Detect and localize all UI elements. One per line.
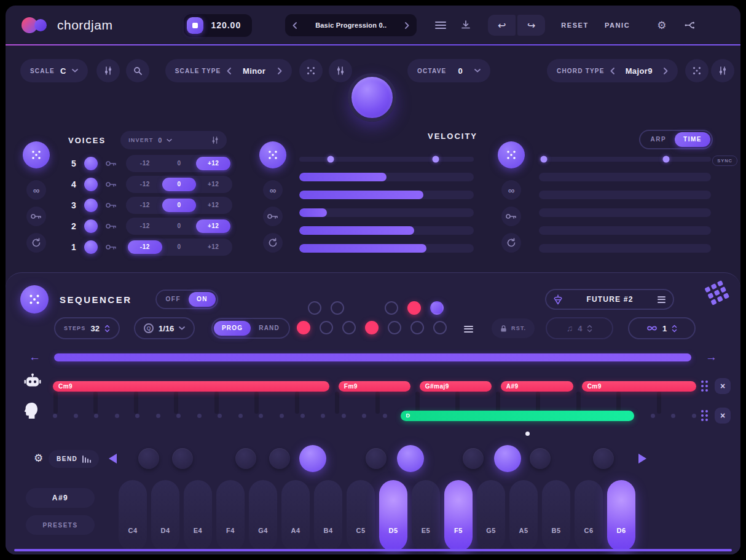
key-knob[interactable]	[463, 448, 484, 469]
piano-key-A4[interactable]: A4	[281, 480, 310, 551]
reset-button[interactable]: RESET	[561, 22, 589, 29]
slot-indicator[interactable]	[320, 321, 333, 334]
settings-gear-icon[interactable]: ⚙	[657, 19, 666, 32]
note-lane-drag-handle[interactable]	[700, 409, 709, 422]
voice-toggle[interactable]	[84, 178, 98, 191]
step-dot[interactable]	[321, 414, 325, 418]
piano-key-D5[interactable]: D5	[379, 480, 407, 551]
chevron-left-icon[interactable]	[227, 68, 231, 74]
transpose-option[interactable]: +12	[196, 157, 230, 170]
velocity-infinity-button[interactable]: ∞	[263, 180, 283, 200]
step-dot[interactable]	[197, 414, 202, 418]
key-knob[interactable]	[138, 448, 159, 469]
transpose-option[interactable]: +12	[196, 199, 230, 212]
sequence-preset-select[interactable]: FUTURE #2	[545, 289, 674, 310]
key-knob[interactable]	[593, 448, 614, 469]
sequence-preset-menu-icon[interactable]	[658, 294, 666, 304]
piano-key-A5[interactable]: A5	[509, 480, 538, 551]
scale-select[interactable]: SCALE C	[20, 59, 88, 82]
slot-indicator[interactable]	[433, 321, 447, 334]
prev-preset-button[interactable]	[293, 22, 297, 29]
step-dot[interactable]	[94, 414, 98, 418]
prog-tab[interactable]: PROG	[214, 321, 251, 336]
slider-handle[interactable]	[432, 156, 439, 163]
loop-count-control[interactable]: 1	[628, 317, 696, 339]
note-lane-delete-button[interactable]: ×	[715, 408, 731, 424]
key-knob[interactable]	[299, 445, 326, 472]
step-dot[interactable]	[238, 414, 243, 418]
chord-type-select[interactable]: CHORD TYPE Major9	[547, 59, 678, 82]
undo-button[interactable]: ↩	[488, 15, 516, 36]
time-bar[interactable]	[539, 226, 711, 235]
chevron-right-icon[interactable]	[664, 68, 668, 74]
piano-key-E4[interactable]: E4	[184, 480, 212, 551]
slot-indicator[interactable]	[331, 301, 344, 315]
step-dot[interactable]	[259, 414, 263, 418]
transpose-option[interactable]: 0	[162, 178, 197, 191]
invert-select[interactable]: INVERT 0	[120, 131, 227, 149]
piano-key-F4[interactable]: F4	[216, 480, 245, 551]
next-preset-button[interactable]	[405, 22, 409, 29]
slider-handle[interactable]	[541, 156, 548, 163]
robot-icon[interactable]	[24, 373, 41, 390]
scale-type-random-button[interactable]	[299, 59, 323, 82]
chord-lane-delete-button[interactable]: ×	[715, 378, 731, 394]
time-random-button[interactable]	[498, 141, 525, 168]
steps-control[interactable]: STEPS 32	[54, 317, 120, 339]
slot-indicator[interactable]	[430, 301, 444, 315]
step-dot[interactable]	[176, 414, 181, 418]
transpose-option[interactable]: -12	[128, 199, 162, 212]
routing-split-icon[interactable]	[684, 21, 695, 30]
preset-name[interactable]: Basic Progression 0..	[297, 22, 405, 29]
step-dot[interactable]	[218, 414, 222, 418]
transpose-option[interactable]: +12	[196, 219, 230, 233]
scale-type-sliders-button[interactable]	[329, 59, 352, 82]
piano-key-E5[interactable]: E5	[412, 480, 440, 551]
scale-type-select[interactable]: SCALE TYPE Minor	[165, 59, 292, 82]
transpose-option[interactable]: -12	[128, 157, 162, 170]
step-dot[interactable]	[362, 414, 366, 418]
step-dot[interactable]	[156, 414, 160, 418]
step-dot[interactable]	[74, 414, 78, 418]
step-dot[interactable]	[53, 414, 57, 418]
voice-key-link-icon[interactable]	[106, 181, 117, 187]
chord-block[interactable]: Cm9	[53, 381, 329, 392]
step-dot[interactable]	[383, 414, 387, 418]
slider-handle[interactable]	[328, 156, 334, 163]
seq-on-tab[interactable]: ON	[189, 292, 216, 307]
chord-block[interactable]: A#9	[501, 381, 573, 392]
chevron-left-icon[interactable]	[610, 68, 614, 74]
slider-handle[interactable]	[663, 156, 670, 163]
time-bar[interactable]	[539, 244, 711, 253]
time-refresh-button[interactable]	[501, 233, 521, 253]
key-knob[interactable]	[235, 448, 256, 469]
voice-key-link-icon[interactable]	[106, 160, 117, 167]
velocity-bar[interactable]	[299, 226, 474, 235]
scroll-right-button[interactable]: →	[705, 351, 717, 363]
transpose-option[interactable]: 0	[162, 240, 197, 254]
chord-block[interactable]: Cm9	[582, 381, 696, 392]
transpose-option[interactable]: +12	[196, 240, 230, 254]
voice-toggle[interactable]	[84, 199, 98, 212]
time-bar[interactable]	[539, 208, 711, 217]
sync-toggle[interactable]: SYNC	[712, 156, 737, 166]
velocity-range-slider[interactable]	[299, 157, 474, 162]
piano-key-B4[interactable]: B4	[314, 480, 342, 551]
velocity-bar[interactable]	[299, 173, 474, 181]
chevron-right-icon[interactable]	[278, 68, 282, 74]
key-knob[interactable]	[172, 448, 193, 469]
transpose-option[interactable]: 0	[162, 199, 197, 212]
piano-key-D4[interactable]: D4	[151, 480, 179, 551]
step-options-menu-icon[interactable]	[464, 324, 473, 334]
arp-tab[interactable]: ARP	[642, 132, 675, 147]
page-indicator-dot[interactable]	[525, 432, 530, 436]
time-bar[interactable]	[539, 173, 711, 181]
chord-type-sliders-button[interactable]	[711, 59, 734, 82]
voice-toggle[interactable]	[84, 157, 98, 170]
slot-indicator[interactable]	[410, 321, 424, 334]
loop-range-bar[interactable]	[54, 353, 691, 361]
slot-indicator[interactable]	[342, 321, 356, 334]
stop-button[interactable]	[187, 17, 203, 34]
presets-button[interactable]: PRESETS	[26, 515, 95, 535]
piano-key-C6[interactable]: C6	[575, 480, 603, 551]
